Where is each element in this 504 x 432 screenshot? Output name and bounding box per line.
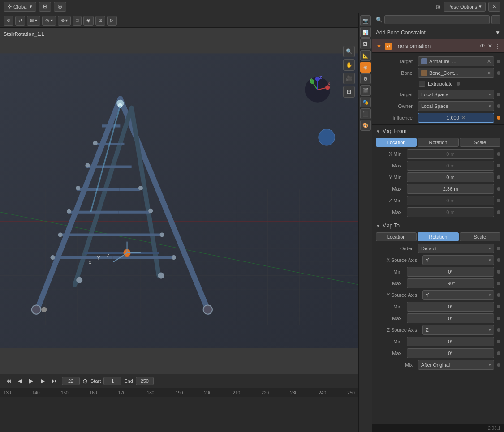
tool-btn-10[interactable]: 🎨 [360,120,371,131]
tool-btn-2[interactable]: 📊 [360,27,371,38]
influence-dot[interactable] [497,116,500,120]
map-to-location-tab[interactable]: Location [376,232,417,241]
mix-dot[interactable] [497,363,500,367]
extrapolate-checkbox[interactable] [419,81,425,87]
y-max-dot[interactable] [497,187,500,191]
start-frame-input[interactable]: 1 [103,377,121,385]
viewport-overlay2-btn[interactable]: ⊞ ▾ [27,16,40,26]
current-frame-input[interactable]: 22 [62,377,80,385]
keyframe-marker-btn[interactable]: ⊙ [82,377,88,385]
bone-value-field[interactable]: Bone_Cont... ✕ [418,68,494,78]
proportional-btn[interactable]: ◎ [54,2,66,12]
target-clear-btn[interactable]: ✕ [487,59,491,64]
bone-dot[interactable] [497,71,500,75]
prev-frame-btn[interactable]: ◀ [15,376,24,385]
z-source-axis-dot[interactable] [497,328,500,332]
z-min-dot[interactable] [497,199,500,202]
constraint-expand-icon[interactable]: ▼ [376,43,382,50]
x-source-axis-dropdown[interactable]: Y ▾ [422,255,494,265]
y-max-field[interactable]: 2.36 m [407,184,494,194]
tool-btn-8[interactable]: 🎭 [360,97,371,107]
y-source-axis-dot[interactable] [497,293,500,297]
z-min-field[interactable]: 0 m [407,196,494,205]
y-source-min-dot[interactable] [497,305,500,308]
map-from-location-tab[interactable]: Location [376,138,417,147]
viewport-slots-btn[interactable]: ⊡ [95,16,105,26]
order-dot[interactable] [497,247,500,250]
x-min-dot[interactable] [497,152,500,156]
add-constraint-header[interactable]: Add Bone Constraint ▼ [372,26,504,39]
extrapolate-dot[interactable] [457,82,460,86]
z-source-min-field[interactable]: 0° [407,337,494,346]
z-max-field[interactable]: 0 m [407,207,494,217]
z-source-min-dot[interactable] [497,340,500,343]
x-max-dot[interactable] [497,164,500,167]
constraint-menu-btn[interactable]: ⋮ [495,43,500,49]
viewport-camera-btn[interactable]: ▷ [107,16,117,26]
viewport-edit-btn[interactable]: ⊛ ▾ [58,16,71,26]
mix-dropdown[interactable]: After Original ▾ [418,360,494,370]
x-source-min-field[interactable]: 0° [407,267,494,277]
tool-btn-4[interactable]: 📐 [360,50,371,61]
constraint-close-btn[interactable]: ✕ [488,43,492,49]
next-frame-btn[interactable]: ▶ [39,376,47,385]
skip-start-btn[interactable]: ⏮ [4,376,13,385]
viewport-compositing-btn[interactable]: ◉ [83,16,94,26]
y-source-max-dot[interactable] [497,317,500,320]
viewport-shading-btn[interactable]: ⊙ [4,16,13,26]
pose-options-btn[interactable]: Pose Options ▾ [444,2,486,12]
play-btn[interactable]: ▶ [27,376,36,385]
z-source-max-field[interactable]: 0° [407,348,494,358]
x-source-min-dot[interactable] [497,270,500,274]
z-source-axis-dropdown[interactable]: Z ▾ [422,325,494,335]
y-source-min-field[interactable]: 0° [407,302,494,312]
target-space-dropdown[interactable]: Local Space ▾ [418,90,494,99]
end-frame-input[interactable]: 250 [136,377,154,385]
map-to-rotation-tab[interactable]: Rotation [418,232,458,241]
viewport-3d[interactable]: ⊙ ⇄ ⊞ ▾ ◎ ▾ ⊛ ▾ □ ◉ ⊡ ▷ [0,13,358,432]
tool-btn-6[interactable]: ⚙ [360,73,371,84]
owner-space-dot[interactable] [497,104,500,108]
x-max-field[interactable]: 0 m [407,161,494,171]
owner-space-dropdown[interactable]: Local Space ▾ [418,101,494,111]
tool-btn-9[interactable]: ⬛ [360,108,371,119]
influence-reset-btn[interactable]: ✕ [461,115,465,121]
constraint-eye-btn[interactable]: 👁 [480,43,485,49]
transform-orientation-btn[interactable]: ⊹ Global ▾ [4,2,36,12]
y-source-axis-dropdown[interactable]: Y ▾ [422,290,494,300]
tool-btn-3[interactable]: 🖼 [360,38,371,49]
y-min-dot[interactable] [497,175,500,179]
snap-btn[interactable]: ⊞ [39,2,51,12]
timeline-tracks[interactable] [0,397,358,432]
map-from-scale-tab[interactable]: Scale [460,138,500,147]
viewport-hand-btn[interactable]: ✋ [343,59,355,71]
map-from-rotation-tab[interactable]: Rotation [418,138,458,147]
viewport-overlay-btn[interactable]: ⇄ [15,16,25,26]
x-source-axis-dot[interactable] [497,258,500,262]
skip-end-btn[interactable]: ⏭ [50,376,59,385]
map-from-section[interactable]: ▼ Map From [372,126,504,137]
props-search-input[interactable] [384,15,490,24]
viewport-camera-view-btn[interactable]: 🎥 [343,73,355,84]
target-value-field[interactable]: Armature_... ✕ [418,56,494,66]
x-source-max-dot[interactable] [497,282,500,285]
y-min-field[interactable]: 0 m [407,172,494,182]
z-source-max-dot[interactable] [497,351,500,355]
constraint-title-transformation[interactable]: ▼ ⇄ Transformation 👁 ✕ ⋮ [372,39,504,53]
z-max-dot[interactable] [497,210,500,214]
tool-btn-7[interactable]: 🎬 [360,85,371,96]
order-dropdown[interactable]: Default ▾ [418,244,494,253]
x-min-field[interactable]: 0 m [407,149,494,159]
viewport-close-btn[interactable]: ✕ [488,2,500,12]
viewport-zoom-btn[interactable]: 🔍 [343,46,355,57]
bone-clear-btn[interactable]: ✕ [487,70,491,76]
viewport-grid-btn[interactable]: ⊞ [343,86,355,98]
viewport-render-btn[interactable]: □ [73,16,82,26]
viewport-scene[interactable]: X Y Z X Y [0,28,358,374]
props-menu-btn[interactable]: ≡ [491,15,500,24]
tool-btn-1[interactable]: 📷 [360,15,371,26]
viewport-shading2-btn[interactable]: ◎ ▾ [42,16,56,26]
target-dot[interactable] [497,60,500,63]
target-space-dot[interactable] [497,93,500,96]
y-source-max-field[interactable]: 0° [407,313,494,323]
